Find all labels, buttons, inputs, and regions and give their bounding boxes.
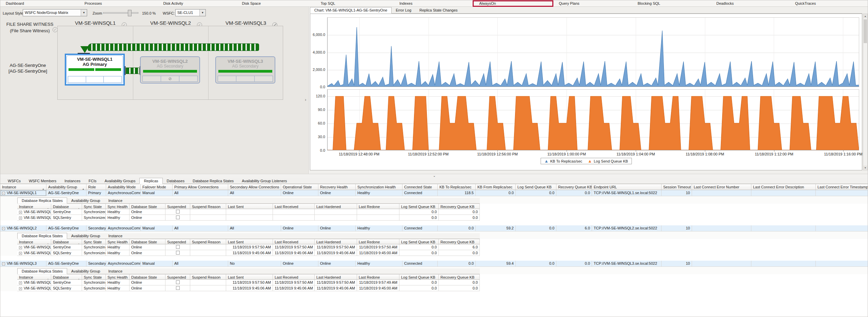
nested-grid-cell[interactable]: 11/18/2019 9:45:06 AM — [315, 285, 357, 291]
nested-header-cell[interactable]: Suspended — [165, 274, 190, 280]
nested-header-cell[interactable]: Sync Health — [106, 204, 130, 209]
grid-cell[interactable]: All — [228, 190, 281, 196]
top-tab-indexes[interactable]: Indexes — [394, 0, 473, 7]
grid-cell[interactable]: AsynchronousCommit — [106, 190, 141, 196]
nested-grid-cell[interactable]: 11/18/2019 9:45:06 AM — [226, 250, 273, 256]
nested-grid-cell[interactable]: 11/18/2019 9:57:50 AM — [226, 280, 273, 285]
nested-header-cell[interactable]: Last Redone — [357, 204, 399, 209]
grid-header-cell[interactable]: Availability Mode — [106, 184, 141, 190]
replica-row[interactable]: −VM-SE-WINSQL2AG-SE-SentryOneSecondaryAs… — [0, 225, 868, 231]
grid-cell[interactable]: Connected — [402, 190, 438, 196]
scroll-down-icon[interactable]: ▼ — [863, 166, 867, 170]
nested-header-cell[interactable]: Recovery Queue KB — [439, 204, 480, 209]
nested-tab-instance[interactable]: Instance — [104, 198, 126, 203]
nested-grid-cell[interactable]: SentryOne — [51, 244, 82, 250]
nested-grid-cell[interactable]: 0.0 — [399, 209, 439, 215]
nested-grid-cell[interactable]: +VM-SE-WINSQL2 — [17, 244, 51, 250]
nested-grid-cell[interactable]: 0.0 — [399, 215, 439, 221]
expand-row-icon[interactable]: + — [19, 252, 22, 255]
legend-item[interactable]: ▲Log Send Queue KB — [588, 159, 628, 163]
nested-grid-cell[interactable]: +VM-SE-WINSQL1 — [17, 209, 51, 215]
nested-header-cell[interactable]: Last Redone — [357, 274, 399, 280]
zoom-slider[interactable] — [103, 12, 138, 14]
wsfc-dropdown[interactable]: SE-CLU1 ▼ — [175, 9, 206, 16]
nested-header-cell[interactable]: Database▲ — [51, 239, 82, 244]
nested-grid-cell[interactable]: 11/18/2019 9:45:00 AM — [357, 285, 399, 291]
nested-grid-cell[interactable]: 11/18/2019 9:57:50 AM — [273, 280, 315, 285]
collapse-row-icon[interactable]: − — [2, 227, 5, 230]
nested-grid-cell[interactable]: SQLSentry — [51, 215, 82, 221]
grid-header-cell[interactable]: Synchronization Health — [356, 184, 402, 190]
grid-cell[interactable]: −VM-SE-WINSQL1 — [0, 190, 46, 196]
database-replica-row[interactable]: +VM-SE-WINSQL2SQLSentrySynchronizingHeal… — [17, 250, 868, 256]
grid-cell[interactable]: −VM-SE-WINSQL3 — [0, 261, 46, 267]
nested-header-cell[interactable]: Recovery Queue KB — [439, 274, 480, 280]
top-tab-quicktraces[interactable]: QuickTraces — [790, 0, 868, 7]
nested-grid-cell[interactable]: 11/18/2019 9:57:50 AM — [357, 244, 399, 250]
grid-cell[interactable] — [751, 225, 816, 231]
panel-expand-chevron-icon[interactable]: › — [305, 97, 306, 102]
chevron-down-icon[interactable]: ▼ — [199, 10, 205, 16]
grid-tab-fcis[interactable]: FCIs — [84, 178, 100, 184]
nested-grid-cell[interactable] — [165, 209, 190, 215]
grid-cell[interactable]: Healthy — [356, 261, 402, 267]
nested-grid-cell[interactable]: Online — [130, 244, 165, 250]
nested-tab-availability-group[interactable]: Availability Group — [67, 198, 104, 203]
nested-grid-cell[interactable] — [226, 215, 273, 221]
nested-grid-cell[interactable]: SQLSentry — [51, 285, 82, 291]
grid-header-cell[interactable]: Endpoint URL — [592, 184, 662, 190]
nested-header-cell[interactable]: Sync State — [82, 274, 106, 280]
grid-tab-database-replica-states[interactable]: Database Replica States — [189, 178, 238, 184]
nested-grid-cell[interactable]: Healthy — [106, 250, 130, 256]
top-tab-blocking-sql[interactable]: Blocking SQL — [632, 0, 711, 7]
nested-grid-cell[interactable]: Healthy — [106, 209, 130, 215]
nested-grid-cell[interactable]: Online — [130, 280, 165, 285]
nested-header-cell[interactable]: Last Hardened — [315, 204, 357, 209]
nested-header-cell[interactable]: Sync Health — [106, 274, 130, 280]
nested-grid-cell[interactable] — [190, 244, 226, 250]
grid-cell[interactable]: 59.4 — [476, 261, 516, 267]
replica-box-secondary-3[interactable]: VM-SE-WINSQL3 AG Secondary — [215, 56, 275, 83]
nested-header-cell[interactable]: Suspended — [165, 204, 190, 209]
nested-header-cell[interactable]: Database State — [130, 274, 165, 280]
grid-cell[interactable]: Manual — [141, 225, 173, 231]
replica-row[interactable]: −VM-SE-WINSQL1AG-SE-SentryOnePrimaryAsyn… — [0, 190, 868, 196]
top-tab-disk-activity[interactable]: Disk Activity — [158, 0, 236, 7]
grid-cell[interactable] — [692, 225, 751, 231]
nested-tab-instance[interactable]: Instance — [104, 233, 126, 239]
nested-grid-cell[interactable] — [226, 209, 273, 215]
grid-cell[interactable] — [816, 190, 868, 196]
nested-grid-cell[interactable]: Healthy — [106, 244, 130, 250]
nested-grid-cell[interactable]: 11/18/2019 9:57:50 AM — [315, 280, 357, 285]
grid-cell[interactable]: Online — [318, 261, 356, 267]
nested-header-cell[interactable]: Last Redone — [357, 239, 399, 244]
collapse-row-icon[interactable]: − — [2, 262, 5, 265]
grid-cell[interactable]: 0.0 — [556, 261, 592, 267]
nested-grid-cell[interactable]: Synchronizing — [82, 285, 106, 291]
nested-grid-cell[interactable]: 6.0 — [439, 244, 480, 250]
grid-cell[interactable]: Manual — [141, 190, 173, 196]
nested-grid-cell[interactable]: 0.0 — [439, 215, 480, 221]
grid-header-cell[interactable]: Last Connect Error Number — [692, 184, 751, 190]
chevron-down-icon[interactable]: ▼ — [81, 10, 87, 16]
nested-header-cell[interactable]: Sync State — [82, 239, 106, 244]
grid-cell[interactable]: −VM-SE-WINSQL2 — [0, 225, 46, 231]
nested-grid-cell[interactable] — [315, 215, 357, 221]
grid-header-cell[interactable]: KB To Replicas/sec — [438, 184, 476, 190]
grid-cell[interactable]: AsynchronousCommit — [106, 261, 141, 267]
nested-grid-cell[interactable]: 0.0 — [439, 250, 480, 256]
chart-scrollbar[interactable]: ▲ ▼ — [863, 14, 868, 170]
nested-grid-cell[interactable] — [273, 215, 315, 221]
nested-header-cell[interactable]: Suspend Reason — [190, 239, 226, 244]
nested-grid-cell[interactable]: SentryOne — [51, 280, 82, 285]
grid-tab-databases[interactable]: Databases — [163, 178, 189, 184]
nested-grid-cell[interactable]: 0.0 — [399, 250, 439, 256]
nested-grid-cell[interactable]: 0.0 — [439, 280, 480, 285]
grid-cell[interactable]: 10 — [662, 225, 692, 231]
grid-cell[interactable]: 0.0 — [556, 190, 592, 196]
nested-header-cell[interactable]: Last Received — [273, 274, 315, 280]
scrollbar-thumb[interactable] — [864, 19, 867, 43]
suspended-checkbox[interactable] — [176, 216, 180, 219]
nested-header-cell[interactable]: Last Sent — [226, 274, 273, 280]
suspended-checkbox[interactable] — [176, 251, 180, 255]
